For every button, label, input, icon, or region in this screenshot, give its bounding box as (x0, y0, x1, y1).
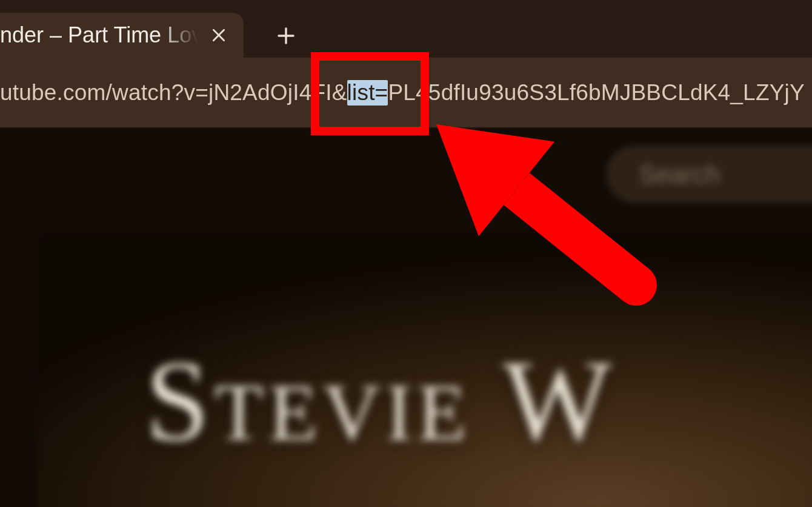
browser-toolbar: utube.com/watch?v=jN2AdOjI4FI&list=PL45d… (0, 58, 812, 127)
tab-title: onder – Part Time Lov (0, 22, 202, 48)
url-part-before: utube.com/watch?v=jN2AdOjI4FI& (0, 80, 347, 106)
search-input[interactable]: Search (606, 146, 812, 203)
close-tab-icon[interactable] (210, 26, 228, 44)
video-overlay-title: Stevie W (145, 335, 616, 467)
page-content: Search Stevie W (0, 129, 812, 507)
search-placeholder: Search (639, 160, 720, 189)
url-part-after: PL45dfIu93u6S3Lf6bMJBBCLdK4_LZYjY (388, 80, 804, 106)
address-bar[interactable]: utube.com/watch?v=jN2AdOjI4FI&list=PL45d… (0, 58, 812, 127)
browser-tab-active[interactable]: onder – Part Time Lov (0, 13, 244, 58)
new-tab-button[interactable] (273, 22, 299, 49)
browser-tabstrip: onder – Part Time Lov (0, 0, 812, 58)
url-part-selected: list= (347, 80, 388, 106)
